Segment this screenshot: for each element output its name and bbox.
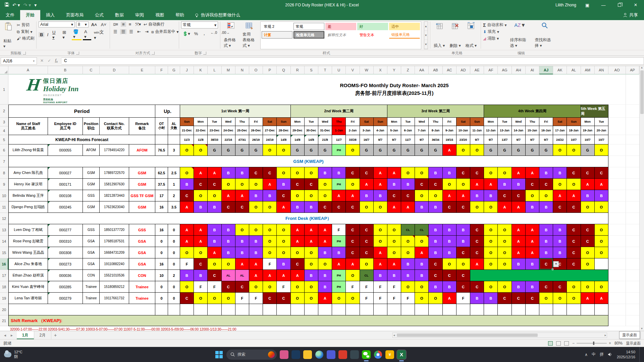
shift-cell[interactable]: A xyxy=(332,190,346,201)
shift-cell[interactable]: B xyxy=(222,247,235,258)
row-header-1[interactable]: 1 xyxy=(0,74,8,105)
shift-cell[interactable]: A xyxy=(291,224,305,236)
shift-cell[interactable]: F xyxy=(360,281,374,293)
comma-icon[interactable]: ， xyxy=(201,31,208,37)
shift-cell[interactable] xyxy=(595,258,608,270)
shift-cell[interactable]: A xyxy=(374,247,387,258)
paste-button[interactable]: 粘贴 ▾ xyxy=(2,21,15,49)
shift-cell[interactable]: A xyxy=(263,270,277,281)
shift-cell[interactable]: A xyxy=(387,258,401,270)
shift-cell[interactable]: O xyxy=(484,281,498,293)
increase-decimal-icon[interactable]: ←.0 xyxy=(209,31,218,37)
conditional-formatting-button[interactable]: ≠ 条件格式 ▾ xyxy=(222,21,239,49)
shift-cell[interactable]: A xyxy=(553,190,567,201)
shift-cell[interactable]: O xyxy=(305,190,318,201)
shift-cell[interactable]: A xyxy=(249,258,263,270)
shift-cell[interactable]: A xyxy=(443,293,457,304)
shift-cell[interactable]: O xyxy=(291,281,305,293)
shift-cell[interactable]: C xyxy=(567,236,581,247)
shift-cell[interactable]: A xyxy=(235,190,249,201)
shift-cell[interactable]: C xyxy=(470,281,484,293)
empty-cell[interactable] xyxy=(608,293,626,304)
position-cell[interactable]: Trainee xyxy=(83,281,100,293)
shift-cell[interactable]: O xyxy=(332,293,346,304)
column-header-AN[interactable]: AN xyxy=(595,66,608,74)
shift-cell[interactable]: A xyxy=(277,270,290,281)
shift-cell[interactable]: O xyxy=(581,247,595,258)
shift-cell[interactable]: C xyxy=(429,258,442,270)
empty-cell[interactable] xyxy=(155,304,168,315)
shift-cell[interactable]: A xyxy=(457,190,470,201)
row-header-4[interactable]: 4 xyxy=(0,126,8,135)
orientation-icon[interactable]: ⤧▾ xyxy=(134,22,142,27)
empty-cell[interactable] xyxy=(235,304,249,315)
ot-hours-cell[interactable]: 0 xyxy=(155,281,168,293)
contact-cell[interactable]: 19117661732 xyxy=(100,293,129,304)
merged-shift-cell[interactable] xyxy=(470,270,608,281)
row-header-16[interactable]: 16 xyxy=(0,258,8,270)
ribbon-tab-视图[interactable]: 视图 xyxy=(150,10,170,20)
shift-cell[interactable]: C xyxy=(222,281,235,293)
empty-cell[interactable] xyxy=(263,304,277,315)
align-bottom-icon[interactable]: ≡ xyxy=(127,22,133,27)
empty-cell[interactable] xyxy=(608,179,626,190)
shift-cell[interactable]: B xyxy=(332,167,346,179)
shift-cell[interactable]: G xyxy=(208,144,221,156)
forecast-cell[interactable]: 16/7 xyxy=(360,135,374,144)
position-cell[interactable]: Trainee xyxy=(83,293,100,304)
ribbon-tab-文件[interactable]: 文件 xyxy=(0,10,20,20)
contact-cell[interactable]: 15180859212 xyxy=(100,281,129,293)
shift-cell[interactable]: O xyxy=(553,179,567,190)
shift-cell[interactable]: F xyxy=(180,258,194,270)
shift-cell[interactable]: A xyxy=(318,236,332,247)
shift-cell[interactable]: O xyxy=(277,247,290,258)
shift-cell[interactable]: B xyxy=(539,167,553,179)
shift-cell[interactable]: O xyxy=(374,236,387,247)
page-break-view-icon[interactable] xyxy=(564,341,569,346)
cell-style-item[interactable]: 适中 xyxy=(389,23,420,30)
shift-cell[interactable]: O xyxy=(484,236,498,247)
shift-cell[interactable]: A xyxy=(526,247,539,258)
shift-cell[interactable]: C xyxy=(567,224,581,236)
increase-indent-icon[interactable]: ⇥ xyxy=(144,29,150,34)
ot-hours-cell[interactable]: 16 xyxy=(155,224,168,236)
shift-cell[interactable]: O xyxy=(305,258,318,270)
forecast-cell[interactable]: 22/16 xyxy=(222,135,235,144)
shift-cell[interactable]: O xyxy=(595,144,608,156)
shift-cell[interactable]: F xyxy=(249,293,263,304)
al-days-cell[interactable]: 0 xyxy=(168,224,180,236)
shift-cell[interactable]: A xyxy=(470,179,484,190)
empty-cell[interactable] xyxy=(305,304,318,315)
shift-cell[interactable]: G xyxy=(581,144,595,156)
empty-cell[interactable] xyxy=(539,304,553,315)
shift-cell[interactable]: C xyxy=(470,247,484,258)
column-header-AF[interactable]: AF xyxy=(484,66,498,74)
empty-cell[interactable] xyxy=(595,304,608,315)
employee-id-cell[interactable]: 000036 xyxy=(48,270,83,281)
ot-hours-cell[interactable]: 37.5 xyxy=(155,179,168,190)
shift-cell[interactable]: C xyxy=(567,201,581,213)
shift-cell[interactable]: B xyxy=(512,179,526,190)
shift-cell[interactable]: O xyxy=(595,281,608,293)
start-button-icon[interactable] xyxy=(215,350,223,359)
empty-cell[interactable] xyxy=(608,315,626,326)
empty-cell[interactable] xyxy=(626,156,639,167)
remark-cell[interactable]: GSA xyxy=(129,258,155,270)
employee-id-cell[interactable]: 000273 xyxy=(48,258,83,270)
position-cell[interactable]: AFOM xyxy=(83,144,100,156)
shift-cell[interactable]: A xyxy=(526,167,539,179)
shift-cell[interactable]: A xyxy=(305,224,318,236)
shift-cell[interactable]: C xyxy=(457,247,470,258)
shift-cell[interactable]: A xyxy=(291,270,305,281)
staff-name-cell[interactable]: Lena Tan 谭玲丽 xyxy=(8,293,48,304)
row-header-2[interactable]: 2 xyxy=(0,105,8,118)
shift-cell[interactable]: B xyxy=(539,247,553,258)
empty-cell[interactable] xyxy=(608,224,626,236)
remark-cell[interactable]: GSS xyxy=(129,224,155,236)
shift-cell[interactable]: A xyxy=(346,258,360,270)
shift-cell[interactable]: G xyxy=(222,144,235,156)
shift-cell[interactable]: B xyxy=(470,293,484,304)
empty-cell[interactable] xyxy=(626,315,639,326)
shift-cell[interactable]: O xyxy=(374,201,387,213)
column-header-AP[interactable]: AP xyxy=(626,66,639,74)
